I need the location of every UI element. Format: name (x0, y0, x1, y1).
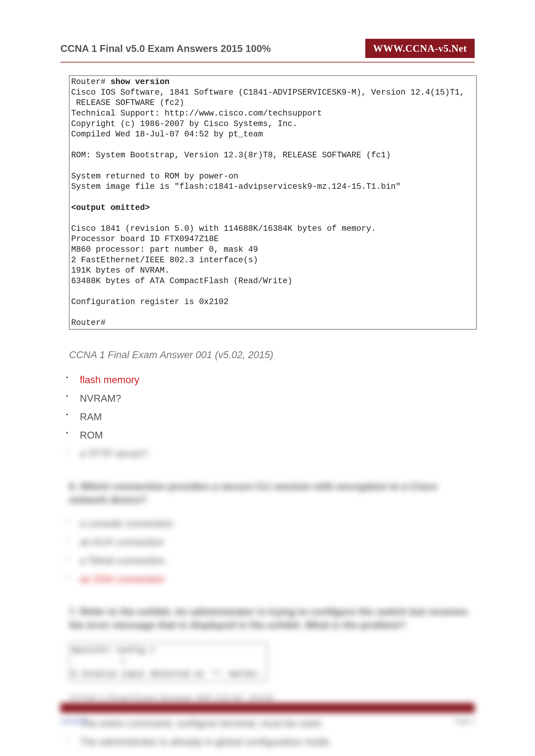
output-omitted: <output omitted> (71, 203, 150, 212)
router-show-version-output: Router# show version Cisco IOS Software,… (69, 75, 477, 330)
terminal-line: M860 processor: part number 0, mask 49 (71, 245, 258, 254)
option-ssh: an SSH connection (65, 573, 475, 586)
terminal-line: ^ (71, 658, 126, 667)
terminal-line: RELEASE SOFTWARE (fc2) (71, 98, 184, 107)
terminal-line: ROM: System Bootstrap, Version 12.3(8r)T… (71, 150, 391, 160)
terminal-line: 191K bytes of NVRAM. (71, 266, 169, 275)
site-badge: WWW.CCNA-v5.Net (365, 39, 475, 58)
terminal-line: Cisco 1841 (revision 5.0) with 114688K/1… (71, 224, 376, 233)
option-ram: RAM (65, 411, 475, 423)
terminal-line: Processor board ID FTX0947Z18E (71, 234, 219, 244)
terminal-line: Cisco IOS Software, 1841 Software (C1841… (71, 88, 465, 97)
header-title: CCNA 1 Final v5.0 Exam Answers 2015 100% (60, 43, 271, 54)
router-prompt: Router# (71, 77, 110, 86)
figure-caption-001: CCNA 1 Final Exam Answer 001 (v5.02, 201… (69, 349, 475, 361)
option-already-global: The administrator is already in global c… (65, 736, 475, 748)
question6-text: 6. Which connection provides a secure CL… (69, 480, 475, 506)
footer-row: CCNA 5 Page 2 (60, 717, 475, 726)
switch-error-output: Switch1> config t ^ % Invalid input dete… (69, 643, 268, 682)
terminal-line: System image file is "flash:c1841-advips… (71, 182, 401, 191)
footer-page: Page 2 (454, 717, 475, 726)
terminal-line: Copyright (c) 1986-2007 by Cisco Systems… (71, 119, 297, 128)
footer-bar (60, 703, 475, 713)
option-aux: an AUX connection (65, 536, 475, 549)
terminal-line: 2 FastEthernet/IEEE 802.3 interface(s) (71, 256, 258, 265)
terminal-line: Compiled Wed 18-Jul-07 04:52 by pt_team (71, 129, 263, 139)
terminal-line: Switch1> config t (71, 646, 155, 655)
option-console: a console connection (65, 517, 475, 530)
router-prompt: Router# (71, 318, 106, 327)
footer-link[interactable]: CCNA 5 (60, 717, 87, 726)
option-tftp: a TFTP server? (65, 447, 475, 460)
option-rom: ROM (65, 429, 475, 442)
terminal-line: % Invalid input detected at '^' marker. (71, 669, 263, 679)
terminal-line: 63488K bytes of ATA CompactFlash (Read/W… (71, 276, 293, 285)
show-version-command: show version (110, 77, 169, 86)
question6-options: a console connection an AUX connection a… (65, 517, 475, 585)
terminal-line: System returned to ROM by power-on (71, 172, 238, 181)
page-header: CCNA 1 Final v5.0 Exam Answers 2015 100%… (60, 39, 475, 63)
question7-text: 7. Refer to the exhibit. An administrato… (69, 605, 475, 632)
terminal-line: Technical Support: http://www.cisco.com/… (71, 109, 322, 118)
figure-caption-002: CCNA 1 Final Exam Answer 002 (v5.02, 201… (69, 692, 475, 704)
option-nvram: NVRAM? (65, 392, 475, 405)
terminal-line: Configuration register is 0x2102 (71, 297, 229, 307)
option-flash-memory: flash memory (65, 373, 475, 387)
question5-options: flash memory NVRAM? RAM ROM a TFTP serve… (65, 373, 475, 460)
option-telnet: a Telnet connection (65, 554, 475, 567)
